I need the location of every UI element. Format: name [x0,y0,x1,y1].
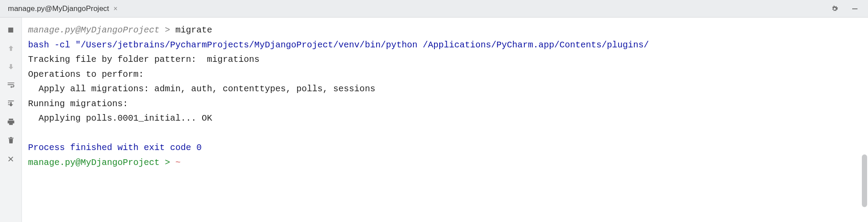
applying-line: Applying polls.0001_initial... OK [28,113,212,123]
running-migrations-line: Running migrations: [28,99,128,109]
process-finished-line: Process finished with exit code 0 [28,143,202,153]
run-tab[interactable]: manage.py@MyDjangoProject × [4,0,122,17]
svg-rect-2 [8,103,9,104]
svg-rect-3 [8,104,9,105]
tab-title: manage.py@MyDjangoProject [8,4,109,13]
close-icon[interactable]: × [114,5,117,13]
bash-command-line: bash -cl "/Users/jetbrains/PycharmProjec… [28,40,649,50]
prompt-separator: > [160,25,175,35]
scroll-to-end-icon[interactable] [5,97,17,110]
apply-all-line: Apply all migrations: admin, auth, conte… [28,84,375,94]
header-actions [829,3,864,15]
svg-rect-0 [852,8,857,9]
stop-icon[interactable] [5,24,17,36]
gear-icon[interactable] [829,3,841,15]
operations-header-line: Operations to perform: [28,69,144,79]
caret-icon: ~ [175,158,181,168]
toolbar-gutter [0,18,22,222]
scrollbar-thumb[interactable] [862,154,867,207]
down-arrow-icon[interactable] [5,61,17,73]
close-panel-icon[interactable] [5,153,17,165]
final-prompt-context: manage.py@MyDjangoProject [28,158,160,168]
console-tab-header: manage.py@MyDjangoProject × [0,0,868,18]
minimize-icon[interactable] [849,3,861,15]
console-output[interactable]: manage.py@MyDjangoProject > migrate bash… [22,18,868,222]
prompt-context: manage.py@MyDjangoProject [28,25,160,35]
tracking-line: Tracking file by folder pattern: migrati… [28,54,260,64]
prompt-command: migrate [175,25,212,35]
soft-wrap-icon[interactable] [5,79,17,91]
svg-rect-1 [8,27,13,32]
print-icon[interactable] [5,116,17,128]
trash-icon[interactable] [5,134,17,147]
up-arrow-icon[interactable] [5,42,17,54]
console-body: manage.py@MyDjangoProject > migrate bash… [0,18,868,222]
final-prompt-separator: > [160,158,175,168]
